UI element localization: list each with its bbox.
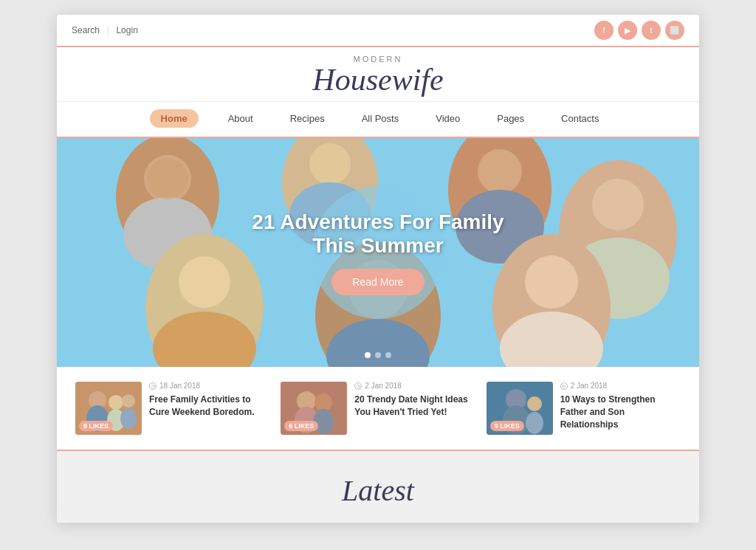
search-link[interactable]: Search <box>72 25 100 35</box>
latest-section: Latest <box>57 450 699 523</box>
card-title-2[interactable]: 20 Trendy Date Night Ideas You Haven't T… <box>354 393 475 419</box>
hero-background: 21 Adventures For FamilyThis Summer Read… <box>57 138 699 367</box>
blog-card-3: 9 LIKES ◷ 2 Jan 2018 10 Ways to Strength… <box>487 382 681 435</box>
clock-icon-1: ◷ <box>149 382 157 390</box>
utility-left: Search | Login <box>72 25 138 36</box>
nav-item-allposts[interactable]: All Posts <box>354 109 407 128</box>
nav-item-home[interactable]: Home <box>150 109 199 128</box>
site-header: modern Housewife <box>57 46 699 102</box>
svg-point-40 <box>527 396 542 411</box>
card-date-2: ◷ 2 Jan 2018 <box>354 382 475 390</box>
svg-point-30 <box>122 394 135 408</box>
hero-section: 21 Adventures For FamilyThis Summer Read… <box>57 138 699 367</box>
svg-point-31 <box>120 408 137 429</box>
youtube-icon[interactable]: ▶ <box>618 21 637 40</box>
svg-point-20 <box>525 255 578 309</box>
blog-cards: 8 LIKES ◷ 18 Jan 2018 Free Family Activi… <box>57 367 699 450</box>
hero-dot-3[interactable] <box>385 352 391 358</box>
nav-item-recipes[interactable]: Recipes <box>283 109 332 128</box>
likes-badge-1: 8 LIKES <box>79 421 113 431</box>
hero-dot-1[interactable] <box>365 352 371 358</box>
hero-read-more-button[interactable]: Read More <box>331 269 424 295</box>
card-content-2: ◷ 2 Jan 2018 20 Trendy Date Night Ideas … <box>354 382 475 419</box>
svg-point-11 <box>592 179 644 230</box>
card-image-3: 9 LIKES <box>487 382 553 435</box>
hero-dots <box>365 352 391 358</box>
card-image-1: 8 LIKES <box>75 382 142 435</box>
svg-point-28 <box>109 395 123 410</box>
facebook-icon[interactable]: f <box>594 21 614 40</box>
svg-point-41 <box>526 412 543 434</box>
card-date-1: ◷ 18 Jan 2018 <box>149 382 269 390</box>
login-link[interactable]: Login <box>116 25 137 35</box>
blog-card-1: 8 LIKES ◷ 18 Jan 2018 Free Family Activi… <box>75 382 269 435</box>
nav-item-about[interactable]: About <box>221 109 261 128</box>
card-content-3: ◷ 2 Jan 2018 10 Ways to Strengthen Fathe… <box>560 382 681 430</box>
svg-point-23 <box>147 158 188 199</box>
likes-badge-3: 9 LIKES <box>490 421 524 431</box>
svg-point-35 <box>315 393 332 411</box>
likes-badge-2: 6 LIKES <box>284 421 318 431</box>
svg-point-8 <box>478 149 522 193</box>
twitter-icon[interactable]: t <box>642 21 661 40</box>
main-nav: Home About Recipes All Posts Video Pages… <box>57 102 699 138</box>
logo: modern Housewife <box>72 55 684 97</box>
svg-point-14 <box>179 256 230 308</box>
card-image-2: 6 LIKES <box>281 382 347 435</box>
clock-icon-2: ◷ <box>354 382 362 390</box>
card-title-3[interactable]: 10 Ways to Strengthen Father and Son Rel… <box>560 393 681 430</box>
social-icons: f ▶ t ⬜ <box>594 21 684 40</box>
logo-title: Housewife <box>312 63 443 97</box>
page-wrapper: Search | Login f ▶ t ⬜ modern Housewife … <box>57 15 699 523</box>
hero-content: 21 Adventures For FamilyThis Summer Read… <box>252 210 504 295</box>
nav-item-pages[interactable]: Pages <box>489 109 532 128</box>
card-title-1[interactable]: Free Family Activities to Cure Weekend B… <box>149 393 269 419</box>
blog-card-2: 6 LIKES ◷ 2 Jan 2018 20 Trendy Date Nigh… <box>281 382 475 435</box>
instagram-icon[interactable]: ⬜ <box>665 21 684 40</box>
card-content-1: ◷ 18 Jan 2018 Free Family Activities to … <box>149 382 269 419</box>
latest-title: Latest <box>72 473 684 508</box>
divider: | <box>107 25 109 36</box>
nav-item-video[interactable]: Video <box>428 109 467 128</box>
hero-dot-2[interactable] <box>375 352 381 358</box>
card-date-3: ◷ 2 Jan 2018 <box>560 382 681 390</box>
utility-bar: Search | Login f ▶ t ⬜ <box>57 15 699 46</box>
hero-title: 21 Adventures For FamilyThis Summer <box>252 210 504 258</box>
svg-point-24 <box>312 145 348 182</box>
nav-item-contacts[interactable]: Contacts <box>554 109 606 128</box>
clock-icon-3: ◷ <box>560 382 568 390</box>
